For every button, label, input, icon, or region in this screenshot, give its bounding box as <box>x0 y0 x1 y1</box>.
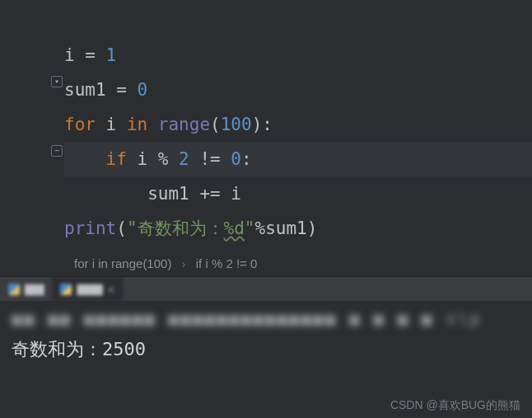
run-tab[interactable]: ▇▇▇ <box>0 277 52 301</box>
fold-for-icon[interactable]: ▾ <box>51 76 63 87</box>
breadcrumb-item[interactable]: for i in range(100) <box>74 256 171 270</box>
breadcrumb[interactable]: for i in range(100) › if i % 2 != 0 <box>0 251 532 276</box>
code-line-active: if i % 2 != 0: <box>64 142 532 176</box>
editor-gutter: ▾ − <box>0 0 64 251</box>
console-command: ■■ ■■ ■■■■■■ ■■■■■■■■■■■■■■ ■ ■ ■ ■ s\p <box>12 309 520 329</box>
run-tab-active[interactable]: ▇▇▇▇ × <box>52 277 123 301</box>
tab-label: ▇▇▇▇ <box>77 283 102 295</box>
console-output: 奇数和为：2500 <box>12 336 520 362</box>
tool-tabs[interactable]: ▇▇▇ ▇▇▇▇ × <box>0 276 532 301</box>
chevron-right-icon: › <box>182 256 186 270</box>
code-line: sum1 = 0 <box>64 80 147 100</box>
close-icon[interactable]: × <box>108 283 114 296</box>
python-icon <box>60 284 72 295</box>
code-line: print("奇数和为：%d"%sum1) <box>64 218 317 238</box>
code-line: sum1 += i <box>64 184 241 204</box>
run-console[interactable]: ■■ ■■ ■■■■■■ ■■■■■■■■■■■■■■ ■ ■ ■ ■ s\p … <box>0 301 532 362</box>
fold-if-icon[interactable]: − <box>51 145 63 157</box>
tab-label: ▇▇▇ <box>25 283 44 295</box>
code-editor[interactable]: ▾ − i = 1 sum1 = 0 for i in range(100): … <box>0 0 532 251</box>
python-icon <box>8 284 20 295</box>
watermark: CSDN @喜欢BUG的熊猫 <box>390 398 520 413</box>
code-area[interactable]: i = 1 sum1 = 0 for i in range(100): if i… <box>64 0 532 251</box>
code-line: i = 1 <box>64 45 116 65</box>
breadcrumb-item[interactable]: if i % 2 != 0 <box>196 256 258 270</box>
code-line: for i in range(100): <box>64 115 273 134</box>
